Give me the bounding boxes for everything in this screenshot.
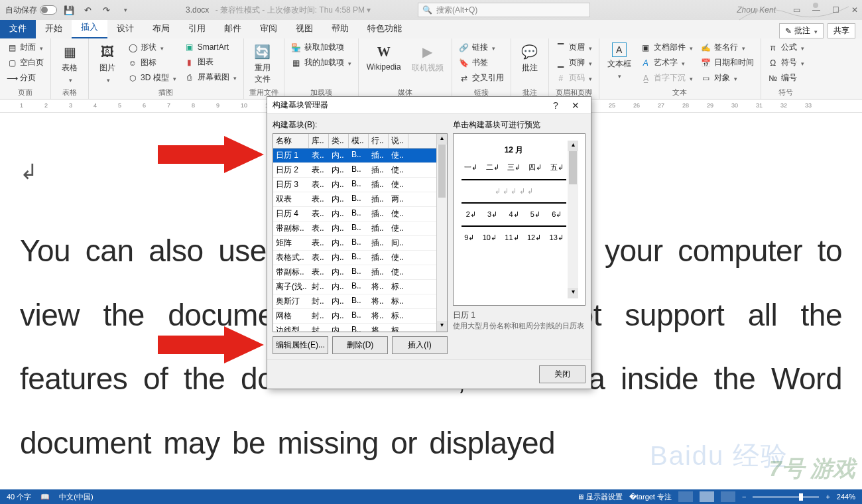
ribbon-options-icon[interactable]: ▭ [793, 5, 800, 15]
focus-mode[interactable]: �target 专注 [629, 492, 672, 502]
user-name[interactable]: Zhou, Kent [737, 5, 776, 15]
share-button[interactable]: 共享 [828, 23, 855, 38]
header-button[interactable]: ▔页眉 [554, 41, 593, 54]
close-button[interactable]: 关闭 [539, 365, 585, 383]
zoom-in-icon[interactable]: + [826, 493, 830, 501]
bookmark-button[interactable]: 🔖书签 [458, 56, 505, 69]
scroll-thumb[interactable] [438, 145, 446, 198]
toggle-off-icon[interactable] [40, 5, 57, 15]
tab-file[interactable]: 文件 [0, 19, 36, 38]
tab-review[interactable]: 审阅 [251, 19, 286, 38]
group-media: WWikipedia ▶联机视频 媒体 [359, 38, 452, 99]
print-layout-icon[interactable] [700, 491, 714, 502]
list-row[interactable]: 日历 1表..内..B..插..使.. [273, 149, 436, 163]
footer-button[interactable]: ▁页脚 [554, 56, 593, 69]
zoom-slider[interactable] [753, 496, 819, 498]
crossref-button[interactable]: ⇄交叉引用 [458, 72, 505, 84]
get-addins-button[interactable]: 🏪获取加载项 [290, 41, 353, 54]
shapes-button[interactable]: ◯形状 [126, 41, 178, 54]
dialog-close-icon[interactable]: ✕ [566, 100, 585, 111]
number-button[interactable]: №编号 [767, 72, 806, 84]
list-row[interactable]: 离子(浅..封..内..B..将..标.. [273, 280, 436, 294]
cover-page-button[interactable]: ▤封面 [5, 41, 45, 54]
delete-button[interactable]: 删除(D) [332, 336, 388, 354]
table-button[interactable]: ▦表格 [56, 41, 83, 86]
tab-insert[interactable]: 插入 [72, 17, 107, 38]
pictures-button[interactable]: 🖼图片 [94, 41, 121, 86]
datetime-button[interactable]: 📅日期和时间 [700, 56, 755, 69]
list-row[interactable]: 日历 3表..内..B..插..使.. [273, 178, 436, 192]
zoom-out-icon[interactable]: − [742, 493, 746, 501]
list-scrollbar[interactable]: ▴ ▾ [436, 134, 447, 332]
undo-icon[interactable]: ↶ [82, 5, 93, 15]
my-addins-button[interactable]: ▦我的加载项 [290, 56, 353, 69]
textbox-button[interactable]: A文本框 [605, 41, 634, 82]
maximize-icon[interactable]: ☐ [832, 5, 839, 15]
autosave-toggle[interactable]: 自动保存 [5, 5, 57, 16]
quickparts-button[interactable]: ▣文档部件 [639, 41, 694, 54]
tab-view[interactable]: 视图 [286, 19, 322, 38]
online-video-button[interactable]: ▶联机视频 [409, 41, 446, 75]
search-input[interactable]: 🔍 搜索(Alt+Q) [418, 3, 590, 17]
3dmodel-button[interactable]: ⬡3D 模型 [126, 72, 178, 84]
read-mode-icon[interactable] [678, 491, 693, 502]
link-button[interactable]: 🔗链接 [458, 41, 505, 54]
save-icon[interactable]: 💾 [64, 5, 74, 15]
redo-icon[interactable]: ↷ [101, 5, 111, 15]
tab-special[interactable]: 特色功能 [358, 19, 411, 38]
edit-properties-button[interactable]: 编辑属性(E)... [273, 336, 328, 354]
spellcheck-icon[interactable]: 📖 [40, 493, 50, 501]
building-blocks-dialog: 构建基块管理器 ? ✕ 构建基块(B): 名称库..类..模..行..说..日历… [267, 96, 591, 389]
list-row[interactable]: 双表表..内..B..插..两.. [273, 192, 436, 207]
display-settings[interactable]: 🖥 显示器设置 [577, 492, 623, 502]
chart-button[interactable]: ▮图表 [183, 56, 238, 68]
scroll-down-icon[interactable]: ▾ [437, 321, 447, 332]
list-row[interactable]: 带副标..表..内..B..插..使.. [273, 265, 436, 280]
close-icon[interactable]: ✕ [851, 5, 858, 15]
list-row[interactable]: 表格式..表..内..B..插..使.. [273, 251, 436, 265]
building-blocks-list[interactable]: 名称库..类..模..行..说..日历 1表..内..B..插..使..日历 2… [273, 133, 448, 332]
tab-mailings[interactable]: 邮件 [215, 19, 251, 38]
symbol-button[interactable]: Ω符号 [767, 56, 806, 69]
object-button[interactable]: ▭对象 [700, 72, 755, 84]
list-row[interactable]: 矩阵表..内..B..插..间.. [273, 236, 436, 251]
comment-button[interactable]: 💬批注 [517, 41, 543, 75]
minimize-icon[interactable]: — [812, 5, 820, 15]
scroll-up-icon[interactable]: ▴ [437, 134, 447, 145]
web-layout-icon[interactable] [721, 491, 735, 502]
wikipedia-button[interactable]: WWikipedia [364, 41, 404, 73]
signature-icon: ✍ [701, 42, 711, 53]
tab-layout[interactable]: 布局 [143, 19, 179, 38]
equation-button[interactable]: π公式 [767, 41, 806, 54]
dialog-titlebar[interactable]: 构建基块管理器 ? ✕ [267, 97, 591, 114]
smartart-button[interactable]: ▣SmartArt [183, 41, 238, 53]
blank-page-button[interactable]: ▢空白页 [5, 56, 45, 69]
word-count[interactable]: 40 个字 [7, 492, 31, 502]
list-row[interactable]: 奥斯汀封..内..B..将..标.. [273, 294, 436, 309]
tab-help[interactable]: 帮助 [322, 19, 358, 38]
list-row[interactable]: 边线型封..内..B..将..标.. [273, 324, 436, 332]
icons-button[interactable]: ☺图标 [126, 56, 178, 69]
tab-design[interactable]: 设计 [107, 19, 143, 38]
list-row[interactable]: 日历 2表..内..B..插..使.. [273, 163, 436, 178]
pagenumber-button[interactable]: #页码 [554, 72, 593, 84]
list-row[interactable]: 网格封..内..B..将..标.. [273, 309, 436, 324]
comments-button[interactable]: ✎批注 [779, 23, 824, 38]
qat-more-icon[interactable] [119, 5, 130, 15]
dialog-help-icon[interactable]: ? [546, 100, 566, 111]
reuse-files-button[interactable]: 🔄重用 文件 [249, 41, 276, 86]
screenshot-button[interactable]: ⎙屏幕截图 [183, 71, 238, 84]
language-status[interactable]: 中文(中国) [59, 492, 93, 502]
signature-button[interactable]: ✍签名行 [700, 41, 755, 54]
wordart-button[interactable]: A艺术字 [639, 56, 694, 69]
tab-references[interactable]: 引用 [179, 19, 215, 38]
zoom-level[interactable]: 244% [837, 493, 855, 501]
tab-home[interactable]: 开始 [36, 19, 72, 38]
list-row[interactable]: 带副标..表..内..B..插..使.. [273, 221, 436, 236]
footer-icon: ▁ [556, 58, 566, 68]
list-row[interactable]: 日历 4表..内..B..插..使.. [273, 207, 436, 221]
page-break-button[interactable]: ⟶分页 [5, 72, 45, 84]
dropcap-button[interactable]: A̲首字下沉 [639, 72, 694, 84]
insert-button[interactable]: 插入(I) [392, 336, 448, 354]
preview-scrollbar[interactable]: ▴ ▾ [568, 141, 578, 298]
